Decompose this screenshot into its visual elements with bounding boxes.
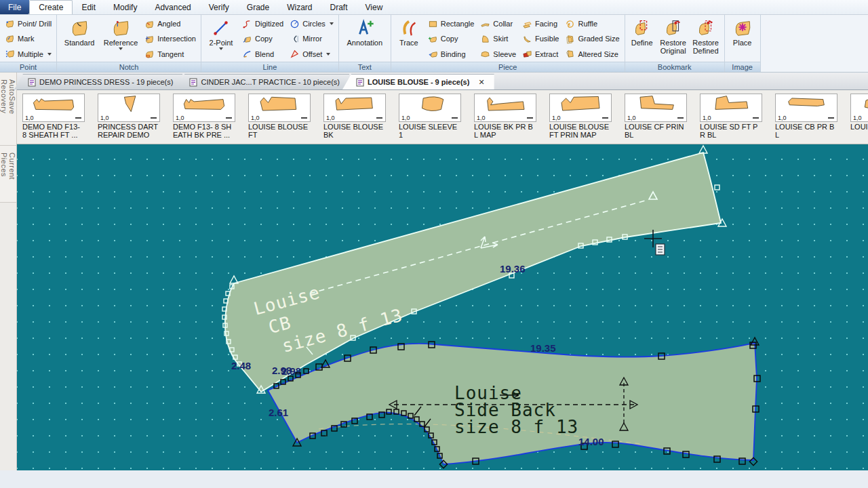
offset-icon: [290, 49, 300, 59]
ribbon-button-define-bookmark[interactable]: Define: [628, 16, 656, 62]
piece-thumbnail[interactable]: 1,0 DEMO F13- 8 SHEATH BK PRE ...: [173, 92, 248, 144]
document-tab-cinder-jacket-practice[interactable]: CINDER JAC...T PRACTICE - 10 piece(s): [176, 74, 349, 89]
ribbon-button-sleeve[interactable]: Sleeve: [478, 47, 518, 61]
skirt-icon: [480, 34, 490, 44]
multiple-points-icon: [5, 49, 15, 59]
menu-tab-edit[interactable]: Edit: [73, 0, 104, 14]
dropdown-arrow-icon: [119, 47, 123, 50]
piece-thumbnail[interactable]: 1,0 DEMO END F13- 8 SHEATH FT ...: [22, 92, 98, 144]
menu-tab-verify[interactable]: Verify: [200, 0, 238, 14]
menu-tab-view[interactable]: View: [357, 0, 392, 14]
pattern-canvas[interactable]: Louise CB size 8 f 13 19.36 2.48 2.98 2.…: [17, 144, 868, 470]
ribbon-button-angled-notch[interactable]: Angled: [142, 17, 198, 30]
document-icon: [356, 78, 364, 87]
menu-tab-modify[interactable]: Modify: [104, 0, 146, 14]
ribbon-button-copy-piece[interactable]: Copy: [426, 32, 477, 45]
ribbon-button-intersection-notch[interactable]: Intersection: [142, 32, 198, 45]
ribbon-button-standard-notch[interactable]: Standard: [60, 16, 99, 62]
ribbon-button-reference-notch[interactable]: Reference: [101, 16, 140, 62]
piece-shape-icon: [326, 95, 384, 114]
binding-icon: [428, 49, 438, 59]
ribbon-group-label-piece: Piece: [391, 62, 625, 72]
ribbon-button-facing[interactable]: Facing: [520, 17, 561, 30]
piece-thumbnail[interactable]: 1,0 LOUISE CF PRIN BL: [625, 92, 700, 144]
menu-tab-wizard[interactable]: Wizard: [278, 0, 321, 14]
fold-line-icon: [527, 117, 533, 119]
ribbon-button-mark[interactable]: Mark: [3, 32, 54, 45]
ribbon-button-place-image[interactable]: Place: [728, 16, 757, 62]
trace-icon: [398, 18, 420, 38]
ribbon-button-ruffle[interactable]: Ruffle: [563, 17, 621, 30]
sidebar-tab-autosave-recovery[interactable]: AutoSave Recovery: [0, 73, 16, 146]
document-icon: [189, 78, 197, 87]
sleeve-icon: [480, 49, 490, 59]
ribbon-button-skirt[interactable]: Skirt: [478, 32, 518, 45]
ribbon-group-label-text: Text: [339, 62, 391, 72]
ribbon-button-multiple[interactable]: Multiple: [3, 47, 54, 61]
graded-size-icon: [565, 34, 575, 44]
piece-thumbnail[interactable]: 1,0 LOUISE BLOUSE FT PRIN MAP: [549, 92, 625, 144]
ribbon-button-restore-original[interactable]: Restore Original: [658, 16, 688, 62]
ribbon-button-copy-line[interactable]: Copy: [240, 32, 285, 45]
ribbon-button-tangent-notch[interactable]: Tangent: [142, 47, 198, 61]
menu-tab-draft[interactable]: Draft: [321, 0, 357, 14]
piece-shape-icon: [702, 95, 760, 114]
ribbon-group-piece: Trace Rectangle Copy Binding: [391, 15, 625, 72]
close-tab-icon[interactable]: ✕: [478, 78, 484, 87]
document-tab-demo-princess-dress[interactable]: DEMO PRINCESS DRESS - 19 piece(s): [14, 74, 182, 89]
ribbon-button-blend[interactable]: Blend: [240, 47, 285, 61]
ribbon-button-annotation[interactable]: Annotation: [342, 16, 388, 62]
pattern-drawing: Louise CB size 8 f 13 19.36 2.48 2.98 2.…: [17, 144, 868, 470]
ribbon-group-label-point: Point: [0, 62, 56, 72]
fold-line-icon: [151, 117, 157, 119]
ribbon-button-trace[interactable]: Trace: [394, 16, 424, 62]
piece-thumbnail[interactable]: 1,0 LOUISE BLOUSE FT: [248, 92, 323, 144]
ribbon-button-rectangle[interactable]: Rectangle: [426, 17, 477, 30]
ribbon-button-offset[interactable]: Offset: [288, 47, 336, 61]
ribbon-button-restore-defined[interactable]: Restore Defined: [690, 16, 722, 62]
fold-line-icon: [452, 117, 458, 119]
piece-thumbnail-bar: 1,0 DEMO END F13- 8 SHEATH FT ... 1,0 PR…: [17, 90, 868, 144]
menu-tab-grade[interactable]: Grade: [238, 0, 278, 14]
document-tab-louise-blouse[interactable]: LOUISE BLOUSE - 9 piece(s) ✕: [342, 74, 494, 89]
fusible-icon: [522, 34, 532, 44]
ribbon-button-altered-size[interactable]: Altered Size: [563, 47, 621, 61]
ribbon-button-graded-size[interactable]: Graded Size: [563, 32, 621, 45]
ribbon-button-circles[interactable]: Circles: [288, 17, 336, 30]
sidebar-tab-current-pieces[interactable]: Current Pieces: [0, 146, 16, 203]
ribbon-button-mirror[interactable]: Mirror: [288, 32, 336, 45]
piece-thumbnail[interactable]: 1,0 LOUISE CB PR BL: [775, 92, 850, 144]
ribbon-button-extract[interactable]: Extract: [520, 47, 561, 61]
fold-line-icon: [828, 117, 834, 119]
piece-shape-icon: [852, 95, 868, 114]
document-icon: [28, 78, 36, 87]
ribbon-group-point: Point/ Drill Mark Multiple Point: [0, 15, 57, 72]
ribbon-button-fusible[interactable]: Fusible: [520, 32, 561, 45]
restore-original-icon: [663, 18, 684, 38]
ribbon-button-point-drill[interactable]: Point/ Drill: [3, 17, 54, 30]
ribbon-button-digitized[interactable]: Digitized: [240, 17, 285, 30]
piece-thumbnail[interactable]: 1,0 LOUISE SD FT PR BL: [700, 92, 775, 144]
fold-line-icon: [301, 117, 307, 119]
piece-shape-icon: [627, 95, 685, 114]
dropdown-arrow-icon: [326, 53, 330, 56]
ribbon-group-notch: Standard Reference Angled Intersection: [57, 15, 201, 72]
menu-bar: File Create Edit Modify Advanced Verify …: [0, 0, 868, 15]
tangent-notch-icon: [144, 49, 155, 59]
menu-tab-advanced[interactable]: Advanced: [146, 0, 199, 14]
define-bookmark-icon: [631, 18, 653, 38]
piece-thumbnail[interactable]: 1,0 LOUISE BLOUSE BK: [323, 92, 399, 144]
measurement-label: 2.98: [281, 365, 301, 377]
piece-shape-icon: [777, 95, 835, 114]
piece-thumbnail[interactable]: 1,0 LOUISE R BL: [850, 92, 868, 144]
measurement-label: 19.36: [500, 263, 526, 274]
piece-thumbnail[interactable]: 1,0 PRINCESS DART REPAIR DEMO: [98, 92, 173, 144]
menu-tab-create[interactable]: Create: [29, 0, 73, 14]
piece-thumbnail[interactable]: 1,0 LOUISE SLEEVE 1: [399, 92, 474, 144]
extract-icon: [522, 49, 532, 59]
piece-thumbnail[interactable]: 1,0 LOUISE BK PR BL MAP: [474, 92, 549, 144]
file-menu-button[interactable]: File: [0, 0, 29, 14]
ribbon-button-2point[interactable]: 2-Point: [204, 16, 238, 62]
ribbon-button-collar[interactable]: Collar: [478, 17, 518, 30]
ribbon-button-binding[interactable]: Binding: [426, 47, 477, 61]
